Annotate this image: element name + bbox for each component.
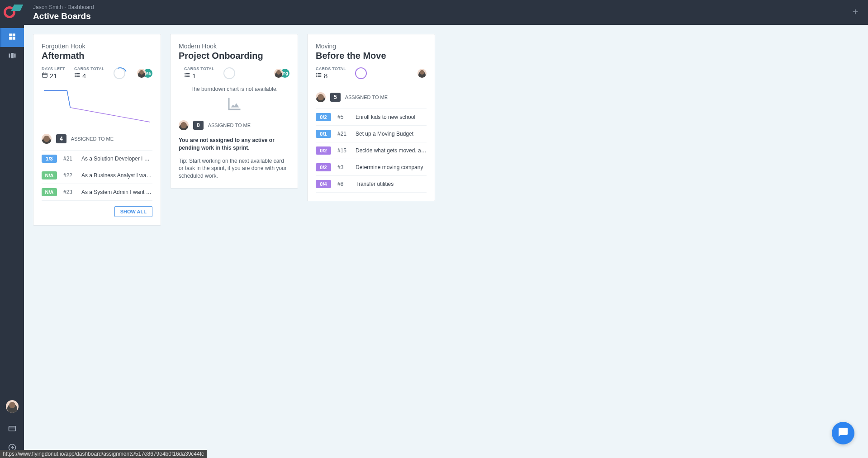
assigned-section: 5 ASSIGNED TO ME: [316, 92, 427, 102]
svg-point-33: [317, 76, 317, 77]
nav-billing[interactable]: [0, 420, 24, 439]
task-row[interactable]: 0/1 #21 Set up a Moving Budget: [316, 126, 427, 142]
cards-total-label: CARDS TOTAL: [184, 66, 214, 71]
member-avatar[interactable]: [274, 69, 283, 78]
assigned-section: 4 ASSIGNED TO ME: [42, 134, 152, 144]
plus-icon: [852, 9, 859, 17]
task-title: Set up a Moving Budget: [356, 131, 427, 137]
board-title: Project Onboarding: [179, 51, 289, 61]
task-title: Enroll kids to new school: [356, 114, 427, 120]
svg-point-27: [185, 76, 185, 77]
task-title: Determine moving company: [356, 164, 427, 170]
assigned-count: 0: [193, 121, 204, 130]
board-members: Ma: [140, 69, 152, 78]
task-badge: 0/2: [316, 113, 331, 121]
cards-total-value: 4: [82, 72, 86, 80]
board-subtitle: Modern Hook: [179, 42, 289, 50]
svg-point-20: [75, 75, 76, 75]
board-card[interactable]: Moving Before the Move CARDS TOTAL 8: [307, 34, 435, 201]
svg-point-26: [185, 75, 185, 75]
task-list: 0/2 #5 Enroll kids to new school 0/1 #21…: [316, 109, 427, 193]
not-assigned-message: You are not assigned to any active or pe…: [179, 137, 289, 152]
status-bar-url: https://www.flyingdonut.io/app/dashboard…: [0, 450, 207, 458]
task-title: Transfer utilities: [356, 181, 427, 187]
task-list: 1/3 #21 As a Solution Developer I want ……: [42, 150, 152, 201]
task-row[interactable]: 0/2 #15 Decide what gets moved, and w…: [316, 142, 427, 159]
board-card[interactable]: Modern Hook Project Onboarding CARDS TOT…: [170, 34, 298, 189]
assigned-label: ASSIGNED TO ME: [208, 123, 251, 128]
page-title: Active Boards: [33, 11, 852, 21]
board-stats: CARDS TOTAL 1 mg: [179, 66, 289, 80]
task-badge: N/A: [42, 171, 57, 179]
app-root: Jason Smith · Dashboard Active Boards Fo…: [0, 0, 868, 458]
task-title: As a System Admin I want to qu…: [81, 189, 152, 195]
member-avatar[interactable]: [137, 69, 146, 78]
list-icon: [184, 72, 190, 80]
cards-total-label: CARDS TOTAL: [316, 66, 346, 71]
assigned-label: ASSIGNED TO ME: [71, 136, 114, 142]
task-title: As a Business Analyst I want to …: [81, 172, 152, 179]
breadcrumb: Jason Smith · Dashboard: [33, 4, 852, 10]
task-badge: 0/2: [316, 146, 331, 155]
assigned-count: 5: [330, 93, 341, 102]
board-card[interactable]: Forgotten Hook Aftermath DAYS LEFT 21 CA…: [33, 34, 161, 226]
board-members: [420, 69, 427, 78]
burndown-chart: [42, 86, 152, 127]
task-row[interactable]: N/A #23 As a System Admin I want to qu…: [42, 184, 152, 201]
user-avatar[interactable]: [6, 400, 19, 413]
assigned-count: 4: [56, 134, 66, 143]
task-id: #15: [337, 147, 349, 154]
task-row[interactable]: 0/2 #5 Enroll kids to new school: [316, 109, 427, 126]
days-left-label: DAYS LEFT: [42, 66, 65, 71]
task-badge: N/A: [42, 188, 57, 196]
svg-rect-12: [43, 73, 47, 77]
task-id: #22: [63, 172, 75, 179]
nav-dashboard[interactable]: [0, 28, 24, 47]
svg-point-31: [317, 73, 317, 74]
task-id: #21: [337, 131, 349, 137]
progress-ring: [223, 67, 235, 79]
task-row[interactable]: 0/4 #8 Transfer utilities: [316, 176, 427, 193]
boards-icon: [8, 52, 16, 61]
board-subtitle: Forgotten Hook: [42, 42, 152, 50]
svg-point-25: [185, 73, 185, 74]
svg-point-21: [75, 76, 76, 77]
task-id: #23: [63, 189, 75, 195]
sidebar: [0, 0, 24, 458]
no-chart-message: The burndown chart is not available.: [179, 86, 289, 92]
show-all-wrap: SHOW ALL: [42, 206, 152, 217]
task-badge: 1/3: [42, 155, 57, 163]
svg-rect-0: [9, 33, 12, 36]
task-row[interactable]: 0/2 #3 Determine moving company: [316, 159, 427, 176]
svg-rect-4: [9, 54, 10, 58]
member-avatar[interactable]: [417, 69, 427, 78]
chat-fab[interactable]: [832, 422, 854, 444]
user-avatar-small: [179, 120, 189, 130]
task-badge: 0/1: [316, 130, 331, 138]
task-row[interactable]: 1/3 #21 As a Solution Developer I want …: [42, 151, 152, 167]
assigned-section: 0 ASSIGNED TO ME: [179, 120, 289, 130]
progress-ring: [355, 67, 367, 79]
board-stats: CARDS TOTAL 8: [316, 66, 427, 80]
svg-point-32: [317, 75, 317, 75]
cards-total-value: 8: [324, 72, 327, 80]
content: Jason Smith · Dashboard Active Boards Fo…: [24, 0, 868, 458]
board-title: Aftermath: [42, 51, 152, 61]
calendar-icon: [42, 72, 48, 80]
topbar: Jason Smith · Dashboard Active Boards: [24, 0, 868, 25]
board-title: Before the Move: [316, 51, 427, 61]
board-subtitle: Moving: [316, 42, 427, 50]
svg-rect-2: [9, 37, 12, 40]
show-all-button[interactable]: SHOW ALL: [114, 206, 152, 217]
task-title: Decide what gets moved, and w…: [356, 147, 427, 154]
assigned-label: ASSIGNED TO ME: [345, 94, 388, 100]
list-icon: [316, 72, 322, 80]
task-title: As a Solution Developer I want …: [81, 156, 152, 162]
nav-boards[interactable]: [0, 47, 24, 66]
app-logo[interactable]: [4, 5, 21, 19]
cards-total-value: 1: [192, 72, 196, 80]
task-row[interactable]: N/A #22 As a Business Analyst I want to …: [42, 167, 152, 184]
add-button[interactable]: [852, 8, 859, 17]
chat-icon: [838, 427, 849, 439]
list-icon: [74, 72, 81, 80]
